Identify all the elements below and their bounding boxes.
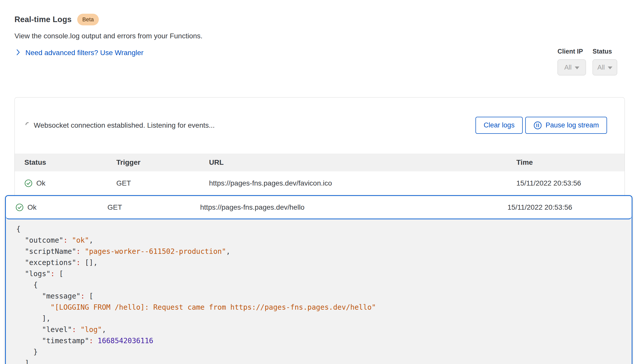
clear-logs-label: Clear logs	[484, 121, 515, 129]
time-text: 15/11/2022 20:53:56	[507, 203, 622, 211]
websocket-status-text: Websocket connection established. Listen…	[34, 121, 215, 129]
column-header-status: Status	[24, 158, 116, 167]
filters: Client IP All Status All	[558, 48, 617, 75]
code-line: {	[16, 279, 624, 291]
status-text: Ok	[36, 179, 45, 187]
code-line: "timestamp": 1668542036116	[16, 335, 624, 346]
chevron-right-icon	[14, 48, 22, 57]
spinner-icon	[24, 121, 30, 129]
table-header: Status Trigger URL Time	[15, 154, 625, 171]
log-detail-code: { "outcome": "ok", "scriptName": "pages-…	[6, 219, 632, 364]
status-filter: Status All	[593, 48, 617, 75]
client-ip-label: Client IP	[558, 48, 586, 55]
trigger-text: GET	[107, 203, 200, 211]
client-ip-filter: Client IP All	[558, 48, 586, 75]
caret-down-icon	[608, 67, 612, 69]
logs-panel: Websocket connection established. Listen…	[14, 97, 625, 195]
check-circle-icon	[24, 179, 33, 187]
status-cell: Ok	[24, 179, 116, 187]
log-row[interactable]: Ok GET https://pages-fns.pages.dev/favic…	[15, 171, 625, 195]
code-line: "outcome": "ok",	[16, 235, 624, 246]
toolbar-actions: Clear logs Pause log stream	[475, 117, 607, 134]
page-description: View the console.log output and errors f…	[14, 32, 618, 40]
client-ip-value: All	[564, 63, 572, 71]
code-line: "logs": [	[16, 268, 624, 279]
column-header-trigger: Trigger	[116, 158, 209, 167]
url-text: https://pages-fns.pages.dev/favicon.ico	[209, 179, 516, 187]
trigger-text: GET	[116, 179, 209, 187]
pause-log-stream-button[interactable]: Pause log stream	[525, 117, 607, 134]
client-ip-dropdown[interactable]: All	[558, 59, 586, 75]
caret-down-icon	[575, 67, 579, 69]
code-line: "level": "log",	[16, 324, 624, 335]
status-filter-label: Status	[593, 48, 617, 55]
beta-badge: Beta	[77, 14, 99, 25]
wrangler-link-row[interactable]: Need advanced filters? Use Wrangler	[14, 48, 618, 57]
code-line: "[LOGGING FROM /hello]: Request came fro…	[16, 302, 624, 313]
clear-logs-button[interactable]: Clear logs	[475, 117, 523, 134]
code-line: "message": [	[16, 291, 624, 302]
code-line: ],	[16, 313, 624, 324]
code-line: }	[16, 346, 624, 358]
status-filter-value: All	[597, 63, 605, 71]
expanded-log-row[interactable]: Ok GET https://pages-fns.pages.dev/hello…	[6, 196, 632, 219]
time-text: 15/11/2022 20:53:56	[516, 179, 615, 187]
status-dropdown[interactable]: All	[593, 59, 617, 75]
code-line: "scriptName": "pages-worker--611502-prod…	[16, 246, 624, 257]
logs-toolbar: Websocket connection established. Listen…	[15, 97, 625, 154]
pause-icon	[533, 121, 542, 130]
websocket-status: Websocket connection established. Listen…	[24, 121, 215, 129]
code-line: ],	[16, 358, 624, 364]
title-row: Real-time Logs Beta	[14, 14, 618, 25]
page-title: Real-time Logs	[14, 15, 72, 24]
status-cell: Ok	[15, 203, 107, 211]
page-header: Real-time Logs Beta View the console.log…	[0, 0, 637, 57]
column-header-url: URL	[209, 158, 516, 167]
pause-log-stream-label: Pause log stream	[546, 121, 599, 129]
wrangler-link[interactable]: Need advanced filters? Use Wrangler	[25, 49, 144, 57]
realtime-logs-page: Real-time Logs Beta View the console.log…	[0, 0, 637, 364]
status-text: Ok	[27, 203, 37, 211]
code-line: {	[16, 224, 624, 235]
url-text: https://pages-fns.pages.dev/hello	[200, 203, 507, 211]
expanded-log-card: Ok GET https://pages-fns.pages.dev/hello…	[5, 195, 632, 364]
check-circle-icon	[15, 203, 24, 211]
column-header-time: Time	[516, 158, 615, 167]
code-line: "exceptions": [],	[16, 257, 624, 268]
